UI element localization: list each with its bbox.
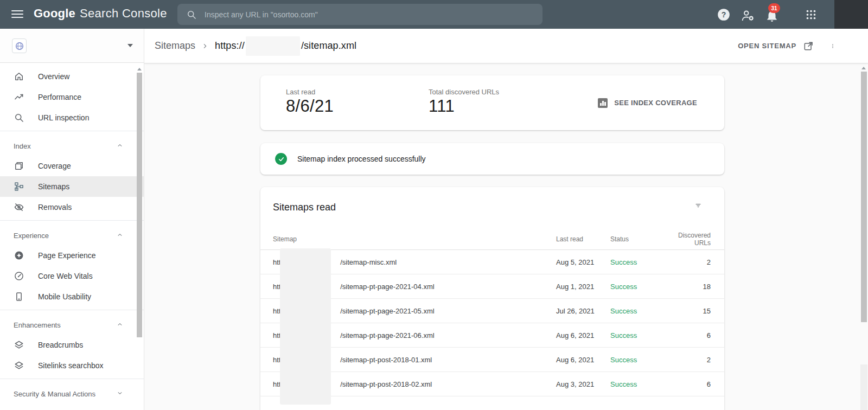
scrollbar-thumb[interactable] [137, 73, 142, 337]
status-banner: Sitemap index processed successfully [260, 143, 724, 175]
divider [0, 131, 144, 131]
chevron-up-icon [116, 321, 124, 328]
row-discovered: 2 [667, 258, 711, 266]
last-read-stat: Last read 8/6/21 [286, 88, 334, 116]
logo-product: Search Console [80, 7, 167, 21]
sidebar-group-security[interactable]: Security & Manual Actions [0, 382, 144, 403]
scrollbar-track[interactable] [860, 364, 867, 410]
visibility-off-icon [14, 202, 24, 213]
chevron-down-icon [116, 389, 124, 397]
sidebar-item-url-inspection[interactable]: URL inspection [0, 107, 144, 128]
row-discovered: 6 [667, 331, 711, 339]
hamburger-menu-icon[interactable] [11, 8, 23, 20]
external-link-icon [803, 41, 814, 52]
sidebar-group-experience[interactable]: Experience [0, 223, 144, 245]
sidebar-item-coverage[interactable]: Coverage [0, 156, 144, 176]
row-status: Success [610, 283, 667, 291]
smartphone-icon [14, 291, 24, 302]
sidebar-item-performance[interactable]: Performance [0, 87, 144, 107]
user-settings-icon[interactable] [741, 9, 755, 23]
sidebar-item-label: Removals [38, 203, 72, 212]
header-actions: OPEN SITEMAP [738, 41, 838, 52]
sidebar-item-mobile-usability[interactable]: Mobile Usability [0, 286, 144, 307]
group-header-label: Security & Manual Actions [14, 390, 95, 398]
help-icon[interactable]: ? [717, 8, 731, 22]
row-discovered: 15 [667, 307, 711, 315]
breadcrumb-url-scheme: https:// [215, 40, 245, 52]
account-avatar[interactable] [834, 0, 868, 29]
divider [0, 220, 144, 221]
sidebar-item-removals[interactable]: Removals [0, 197, 144, 217]
google-apps-grid-icon[interactable] [804, 8, 818, 22]
scroll-up-arrow[interactable] [137, 68, 142, 71]
sitemap-url: /sitemap-pt-post-2018-01.xml [340, 356, 432, 364]
kebab-menu-icon[interactable] [828, 41, 838, 52]
sidebar-item-sitemaps[interactable]: Sitemaps [0, 176, 144, 197]
row-discovered: 6 [667, 380, 711, 388]
sitemaps-read-card: Sitemaps read Sitemap Last read Status D… [260, 187, 724, 410]
row-status: Success [610, 380, 667, 388]
svg-text:?: ? [722, 10, 726, 19]
chevron-up-icon [116, 231, 124, 239]
row-status: Success [610, 258, 667, 266]
sidebar-item-label: Sitemaps [38, 182, 69, 191]
sidebar-item-core-web-vitals[interactable]: Core Web Vitals [0, 266, 144, 286]
sidebar-item-label: Coverage [38, 162, 71, 170]
sidebar-scrollbar[interactable] [136, 63, 143, 410]
sitemap-url: /sitemap-misc.xml [340, 258, 397, 266]
url-inspect-searchbox[interactable] [177, 4, 542, 25]
open-sitemap-label: OPEN SITEMAP [738, 42, 796, 50]
scrollbar-thumb[interactable] [861, 72, 867, 322]
scroll-up-arrow[interactable] [861, 67, 866, 69]
sitemap-summary-card: Last read 8/6/21 Total discovered URLs 1… [260, 75, 724, 130]
sitemap-url: /sitemap-pt-page-2021-06.xml [340, 331, 434, 339]
sidebar-item-sitelinks-searchbox[interactable]: Sitelinks searchbox [0, 355, 144, 376]
main-scrollbar[interactable] [859, 63, 868, 410]
open-sitemap-button[interactable]: OPEN SITEMAP [738, 41, 814, 52]
app-logo: Google Search Console [34, 7, 167, 21]
redacted-domain-block [280, 248, 331, 405]
sitemap-url: /sitemap-pt-post-2018-02.xml [340, 380, 432, 388]
row-status: Success [610, 331, 667, 339]
breadcrumb-sitemaps-link[interactable]: Sitemaps [155, 40, 195, 52]
last-read-label: Last read [286, 88, 334, 96]
sidebar-item-breadcrumbs[interactable]: Breadcrumbs [0, 335, 144, 355]
filter-icon[interactable] [693, 200, 704, 211]
logo-google: Google [34, 7, 75, 21]
magnifier-icon [14, 112, 24, 123]
search-icon [186, 9, 197, 20]
see-index-coverage-button[interactable]: SEE INDEX COVERAGE [598, 75, 697, 130]
globe-icon [15, 41, 24, 51]
layers-icon [14, 339, 24, 350]
sitemap-url: /sitemap-pt-page-2021-04.xml [340, 283, 434, 291]
chevron-down-icon [127, 44, 133, 47]
table-header-row: Sitemap Last read Status Discovered URLs [260, 228, 724, 250]
sidebar-group-index[interactable]: Index [0, 134, 144, 156]
sidebar: Overview Performance URL inspection Inde… [0, 29, 144, 410]
sidebar-item-label: Overview [38, 72, 69, 81]
bar-chart-icon [598, 98, 608, 108]
search-input[interactable] [205, 10, 542, 19]
sidebar-item-label: Sitelinks searchbox [38, 361, 104, 370]
group-header-label: Index [14, 142, 31, 150]
col-last-read: Last read [556, 235, 610, 243]
sidebar-item-label: Breadcrumbs [38, 341, 83, 349]
row-last-read: Aug 3, 2021 [556, 380, 610, 388]
row-discovered: 2 [667, 356, 711, 364]
sidebar-item-label: Mobile Usability [38, 292, 91, 301]
col-discovered-urls: Discovered URLs [667, 232, 711, 247]
coverage-pages-icon [14, 161, 24, 171]
row-last-read: Aug 1, 2021 [556, 283, 610, 291]
sidebar-nav: Overview Performance URL inspection Inde… [0, 63, 144, 403]
property-selector[interactable] [0, 29, 144, 63]
page-experience-icon [14, 250, 24, 261]
sidebar-item-overview[interactable]: Overview [0, 66, 144, 87]
sidebar-item-page-experience[interactable]: Page Experience [0, 245, 144, 266]
breadcrumb: Sitemaps https:// /sitemap.xml [155, 36, 356, 56]
row-last-read: Aug 6, 2021 [556, 331, 610, 339]
sitemap-url: /sitemap-pt-page-2021-05.xml [340, 307, 434, 315]
table-title: Sitemaps read [260, 187, 724, 213]
sidebar-group-enhancements[interactable]: Enhancements [0, 313, 144, 335]
row-last-read: Jul 26, 2021 [556, 307, 610, 315]
top-app-bar: Google Search Console ? 31 [0, 0, 868, 29]
